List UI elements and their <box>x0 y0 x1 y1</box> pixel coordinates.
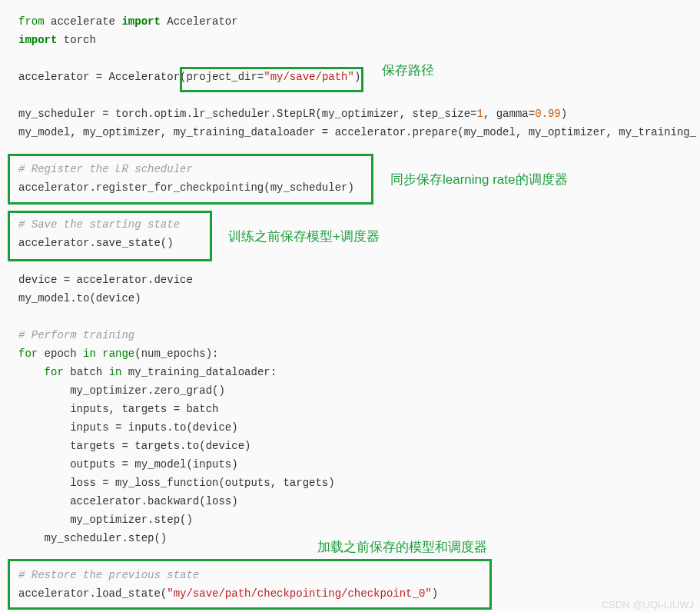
code-text <box>18 366 45 378</box>
code-number: 0.99 <box>535 108 561 120</box>
kw-for: for <box>18 348 38 360</box>
kw-import: import <box>18 34 57 46</box>
code-text: my_scheduler = torch.optim.lr_scheduler.… <box>18 108 477 120</box>
code-text: loss = my_loss_function(outputs, targets… <box>18 477 335 489</box>
code-text: inputs = inputs.to(device) <box>18 421 238 434</box>
code-text: accelerator.backward(loss) <box>18 495 238 507</box>
code-comment: # Save the starting state <box>18 218 180 231</box>
annotation-load: 加载之前保存的模型和调度器 <box>317 538 487 556</box>
code-text: Accelerator <box>161 15 238 28</box>
code-text: my_scheduler.step() <box>18 532 167 544</box>
code-block: from accelerate import Accelerator impor… <box>0 0 700 612</box>
code-text: inputs, targets = batch <box>18 403 218 415</box>
code-text: accelerator.register_for_checkpointing(m… <box>18 181 354 194</box>
annotation-before-train: 训练之前保存模型+调度器 <box>228 228 380 245</box>
code-string: "my/save/path/checkpointing/checkpoint_0… <box>167 587 431 600</box>
code-number: 1 <box>477 108 483 120</box>
kw-for: for <box>45 366 64 378</box>
kw-import: import <box>121 15 160 28</box>
code-string: "my/save/path" <box>264 71 354 83</box>
code-text: my_optimizer.step() <box>18 514 193 526</box>
code-text: , gamma= <box>483 108 535 120</box>
code-text: accelerator.save_state() <box>18 237 174 249</box>
code-text <box>96 348 102 360</box>
code-text: my_model.to(device) <box>18 292 141 304</box>
kw-in: in <box>83 348 96 360</box>
code-text: ) <box>561 108 567 120</box>
code-text: torch <box>57 34 95 46</box>
kw-builtin: range <box>102 348 134 360</box>
code-text: my_optimizer.zero_grad() <box>18 384 225 397</box>
kw-from: from <box>18 15 45 28</box>
code-text: batch <box>64 366 109 378</box>
watermark-text: CSDN @UQI-LIUWJ <box>602 599 694 610</box>
code-text: outputs = my_model(inputs) <box>18 458 238 471</box>
annotation-sync-lr: 同步保存learning rate的调度器 <box>390 171 568 188</box>
kw-in: in <box>109 366 122 378</box>
code-text: ) <box>432 587 438 600</box>
code-text: accelerator.load_state( <box>18 587 167 600</box>
code-comment: # Restore the previous state <box>18 569 199 581</box>
annotation-save-path: 保存路径 <box>382 62 434 79</box>
code-comment: # Perform training <box>18 329 134 341</box>
code-text: (num_epochs): <box>134 348 218 360</box>
code-text: targets = targets.to(device) <box>18 440 250 452</box>
code-text: accelerate <box>45 15 122 28</box>
code-text: my_training_dataloader: <box>121 366 277 378</box>
code-text: epoch <box>38 348 83 360</box>
code-text: device = accelerator.device <box>18 274 193 286</box>
code-comment: # Register the LR scheduler <box>18 163 193 175</box>
code-text: my_model, my_optimizer, my_training_data… <box>18 126 696 138</box>
code-text: accelerator = Accelerator(project_dir= <box>18 71 264 83</box>
code-text: ) <box>354 71 360 83</box>
